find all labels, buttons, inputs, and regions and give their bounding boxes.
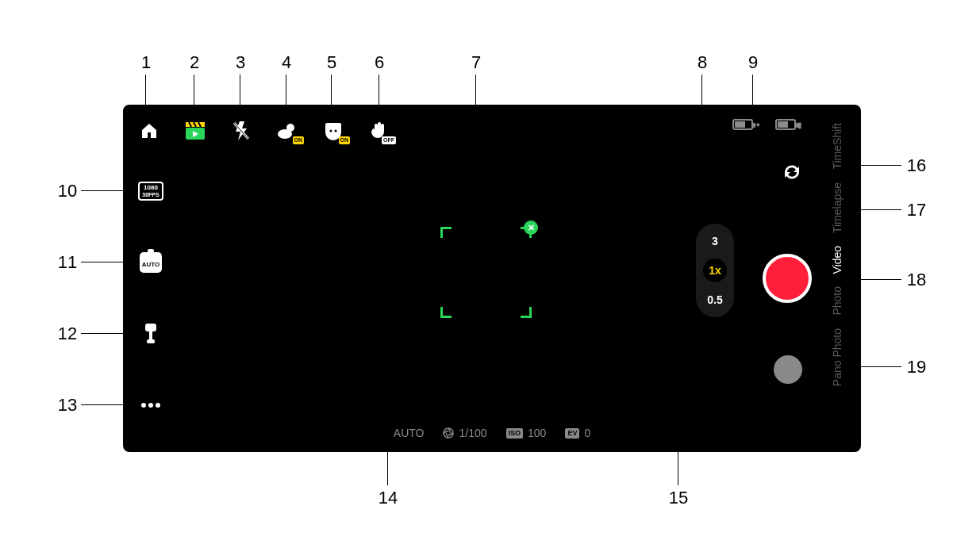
- shutter-speed[interactable]: 1/100: [443, 427, 486, 439]
- resolution-line1: 1080: [142, 184, 159, 191]
- mode-timelapse[interactable]: Timelapse: [831, 179, 844, 236]
- svg-point-15: [444, 428, 453, 438]
- more-button[interactable]: [137, 392, 164, 419]
- exposure-info-bar: AUTO 1/100 ISO 100 EV 0: [123, 427, 861, 439]
- switch-camera-icon: [780, 160, 804, 184]
- iso-value: 100: [528, 427, 546, 439]
- shutter-value: 1/100: [459, 427, 486, 439]
- close-icon: ✕: [528, 223, 535, 233]
- svg-rect-10: [149, 331, 152, 339]
- focus-close-button[interactable]: ✕: [524, 220, 538, 235]
- iso-indicator[interactable]: ISO 100: [506, 427, 547, 439]
- home-icon: [140, 121, 159, 140]
- svg-point-8: [335, 130, 337, 132]
- auto-label: AUTO: [142, 261, 160, 268]
- mode-photo[interactable]: Photo: [831, 283, 844, 319]
- gimbal-mode-button[interactable]: [137, 320, 164, 347]
- battery-indicators: ✦ ▮: [732, 119, 802, 130]
- callout-16: 16: [905, 155, 928, 176]
- callout-19: 19: [905, 357, 928, 377]
- focus-indicator[interactable]: ✕: [440, 227, 532, 318]
- ev-value: 0: [584, 427, 590, 439]
- gesture-toggle[interactable]: OFF: [367, 119, 391, 143]
- ev-indicator[interactable]: EV 0: [565, 427, 590, 439]
- mode-pano-photo[interactable]: Pano Photo: [831, 325, 844, 389]
- hdr-toggle[interactable]: ON: [275, 119, 299, 143]
- phone-battery: ▮: [775, 119, 802, 130]
- shot-guides-button[interactable]: [183, 119, 207, 143]
- callout-17: 17: [905, 200, 928, 220]
- svg-point-12: [141, 403, 146, 408]
- svg-point-14: [156, 403, 160, 408]
- beauty-toggle[interactable]: ON: [321, 119, 345, 143]
- top-toolbar: ON ON OFF: [137, 119, 391, 143]
- zoom-option-0_5[interactable]: 0.5: [707, 293, 722, 306]
- mode-timeshift[interactable]: TimeShift: [831, 120, 844, 173]
- callout-12: 12: [56, 324, 79, 344]
- zoom-option-3[interactable]: 3: [712, 235, 718, 247]
- shutter-button[interactable]: [763, 254, 812, 303]
- gesture-badge: OFF: [382, 136, 396, 144]
- more-icon: [140, 402, 161, 408]
- mode-selector[interactable]: TimeShift Timelapse Video Photo Pano Pho…: [818, 105, 856, 452]
- switch-camera-button[interactable]: [778, 159, 805, 186]
- gimbal-battery-sub: ✦: [755, 121, 761, 129]
- resolution-button[interactable]: 1080 30FPS: [137, 178, 164, 205]
- auto-text: AUTO: [394, 427, 425, 439]
- callout-14: 14: [376, 488, 400, 508]
- zoom-option-1x[interactable]: 1x: [703, 259, 727, 282]
- callout-8: 8: [690, 52, 714, 73]
- hdr-badge: ON: [293, 136, 305, 144]
- callout-11: 11: [56, 252, 79, 273]
- callout-1: 1: [134, 52, 158, 73]
- auto-indicator[interactable]: AUTO: [394, 427, 425, 439]
- svg-point-7: [330, 130, 332, 132]
- flash-toggle[interactable]: [229, 119, 253, 143]
- svg-rect-11: [147, 339, 155, 343]
- home-button[interactable]: [137, 119, 161, 143]
- svg-point-13: [148, 403, 153, 408]
- flash-off-icon: [233, 121, 250, 141]
- battery-icon: [775, 119, 796, 130]
- left-toolbar: 1080 30FPS AUTO: [137, 178, 164, 419]
- ev-label: EV: [565, 428, 579, 439]
- gallery-thumbnail[interactable]: [774, 355, 802, 384]
- callout-13: 13: [56, 395, 79, 416]
- callout-5: 5: [320, 52, 344, 73]
- callout-4: 4: [275, 52, 298, 73]
- zoom-selector[interactable]: 3 1x 0.5: [696, 224, 734, 317]
- callout-7: 7: [464, 52, 488, 73]
- callout-15: 15: [667, 488, 690, 508]
- aperture-icon: [443, 427, 454, 439]
- camera-viewfinder: ON ON OFF ✦ ▮: [123, 105, 861, 452]
- gimbal-battery: ✦: [732, 119, 761, 130]
- callout-9: 9: [741, 52, 765, 73]
- diagram-stage: 1 2 3 4 5 6 7 8 9 10 11 12 13 14 15 16 1…: [0, 0, 980, 544]
- iso-label: ISO: [506, 428, 524, 439]
- mode-video[interactable]: Video: [831, 243, 844, 278]
- clapper-icon: [185, 121, 206, 140]
- callout-18: 18: [905, 270, 928, 290]
- gimbal-icon: [140, 322, 161, 346]
- svg-point-6: [278, 129, 292, 139]
- callout-3: 3: [229, 52, 252, 73]
- callout-2: 2: [183, 52, 206, 73]
- resolution-line2: 30FPS: [142, 191, 159, 198]
- callout-10: 10: [56, 181, 79, 201]
- auto-mode-button[interactable]: AUTO: [137, 249, 164, 276]
- svg-rect-9: [145, 324, 156, 331]
- beauty-badge: ON: [339, 136, 351, 144]
- battery-icon: [732, 119, 753, 130]
- callout-6: 6: [367, 52, 391, 73]
